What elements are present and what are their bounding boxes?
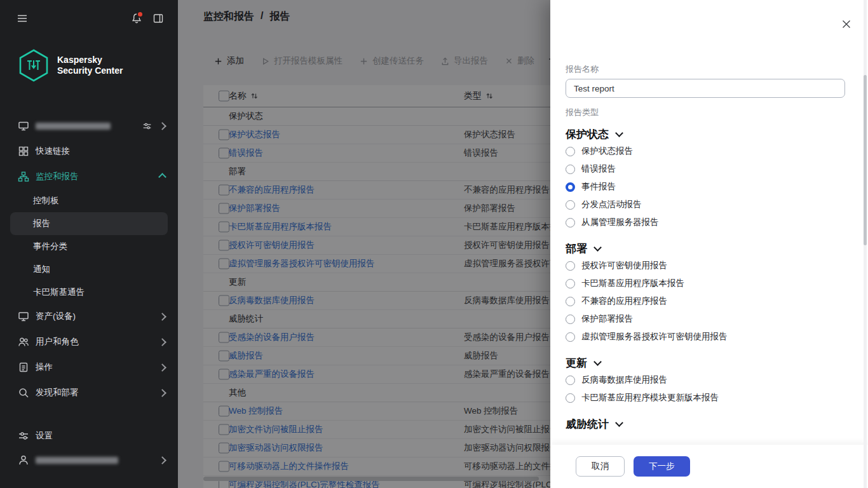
radio-unselected[interactable] (566, 165, 575, 174)
option-label: 授权许可密钥使用报告 (581, 260, 667, 271)
report-type-option[interactable]: 错误报告 (566, 160, 845, 178)
sidebar-item-quick-links[interactable]: 快速链接 (0, 139, 178, 164)
category-header[interactable]: 威胁统计 (566, 416, 845, 432)
report-type-option[interactable]: 虚拟管理服务器授权许可密钥使用报告 (566, 328, 845, 346)
server-icon (18, 120, 29, 132)
report-name-label: 报告名称 (566, 64, 845, 75)
user-account-icon (18, 454, 29, 466)
category-title: 威胁统计 (566, 417, 609, 431)
chevron-right-icon (158, 313, 166, 321)
sidebar-item-assets[interactable]: 资产(设备) (0, 304, 178, 329)
category-header[interactable]: 更新 (566, 355, 845, 371)
hamburger-menu-icon[interactable] (17, 13, 28, 24)
next-button[interactable]: 下一步 (634, 456, 690, 477)
option-label: 虚拟管理服务器授权许可密钥使用报告 (581, 331, 728, 342)
radio-unselected[interactable] (566, 261, 575, 271)
discovery-label: 发现和部署 (36, 387, 79, 398)
chevron-right-icon (158, 456, 166, 464)
drawer-body: 报告名称 报告类型 保护状态保护状态报告错误报告事件报告分发点活动报告从属管理服… (566, 64, 845, 445)
radio-unselected[interactable] (566, 332, 575, 342)
assets-icon (18, 311, 29, 322)
announcements-label: 卡巴斯基通告 (33, 287, 85, 298)
operations-icon (18, 362, 29, 373)
reports-label: 报告 (33, 218, 50, 229)
panel-scrollbar-thumb[interactable] (864, 75, 867, 245)
option-label: 卡巴斯基应用程序模块更新版本报告 (581, 392, 719, 403)
report-name-input[interactable] (566, 79, 845, 98)
option-label: 卡巴斯基应用程序版本报告 (581, 278, 684, 289)
report-category: 更新反病毒数据库使用报告卡巴斯基应用程序模块更新版本报告 (566, 355, 845, 407)
chevron-right-icon (158, 389, 166, 397)
cancel-button[interactable]: 取消 (576, 456, 625, 477)
users-roles-label: 用户和角色 (36, 336, 79, 348)
dashboard-label: 控制板 (33, 195, 59, 207)
report-category: 保护状态保护状态报告错误报告事件报告分发点活动报告从属管理服务器报告 (566, 126, 845, 231)
radio-selected[interactable] (566, 182, 575, 192)
radio-unselected[interactable] (566, 200, 575, 210)
sidebar-item-settings[interactable]: 设置 (0, 423, 178, 449)
sidebar-item-operations[interactable]: 操作 (0, 355, 178, 380)
chevron-down-icon (615, 129, 623, 137)
assets-label: 资产(设备) (36, 311, 76, 322)
sidebar-item-account[interactable] (0, 447, 178, 473)
sidebar: Kaspersky Security Center 快速链接 监控和报告 控制板… (0, 0, 178, 488)
sidebar-item-monitoring-reports[interactable]: 监控和报告 (0, 164, 178, 189)
notification-badge (137, 11, 144, 18)
sidebar-item-reports[interactable]: 报告 (10, 212, 168, 235)
chevron-down-icon (593, 243, 602, 252)
sidebar-item-kaspersky-announcements[interactable]: 卡巴斯基通告 (10, 281, 168, 304)
option-label: 反病毒数据库使用报告 (581, 374, 667, 386)
server-settings-icon[interactable] (142, 121, 152, 131)
sidebar-topbar (0, 0, 178, 24)
radio-unselected[interactable] (566, 315, 575, 324)
report-type-option[interactable]: 卡巴斯基应用程序模块更新版本报告 (566, 389, 845, 407)
chevron-right-icon (158, 122, 166, 130)
radio-unselected[interactable] (566, 297, 575, 306)
sidebar-nav: 快速链接 监控和报告 控制板 报告 事件分类 通知 卡巴斯基通告 资产(设备) … (0, 113, 178, 405)
kaspersky-hexagon-icon (18, 48, 50, 83)
monitoring-label: 监控和报告 (36, 171, 79, 182)
operations-label: 操作 (36, 362, 53, 373)
category-header[interactable]: 部署 (566, 240, 845, 257)
option-label: 保护状态报告 (581, 146, 633, 157)
event-selections-label: 事件分类 (33, 241, 67, 252)
logo-line2: Security Center (57, 65, 123, 76)
report-type-option[interactable]: 保护状态报告 (566, 142, 845, 160)
report-type-label: 报告类型 (566, 107, 845, 118)
users-icon (18, 336, 29, 348)
drawer-footer: 取消 下一步 (550, 445, 868, 488)
chevron-right-icon (158, 338, 166, 346)
option-label: 保护部署报告 (581, 313, 633, 325)
option-label: 事件报告 (581, 181, 616, 193)
close-icon[interactable] (841, 19, 851, 29)
report-type-sections: 保护状态保护状态报告错误报告事件报告分发点活动报告从属管理服务器报告部署授权许可… (566, 126, 845, 432)
report-type-option[interactable]: 分发点活动报告 (566, 196, 845, 214)
radio-unselected[interactable] (566, 393, 575, 403)
report-type-option[interactable]: 反病毒数据库使用报告 (566, 371, 845, 389)
report-type-option[interactable]: 事件报告 (566, 178, 845, 196)
sidebar-item-server[interactable] (0, 113, 178, 139)
settings-label: 设置 (36, 430, 53, 442)
radio-unselected[interactable] (566, 279, 575, 288)
report-category: 威胁统计 (566, 416, 845, 432)
report-type-option[interactable]: 从属管理服务器报告 (566, 214, 845, 231)
radio-unselected[interactable] (566, 147, 575, 156)
category-header[interactable]: 保护状态 (566, 126, 845, 142)
sidebar-item-discovery-deployment[interactable]: 发现和部署 (0, 380, 178, 405)
settings-sliders-icon (18, 430, 29, 442)
chevron-right-icon (158, 363, 166, 372)
quick-links-icon (18, 146, 29, 157)
report-type-option[interactable]: 卡巴斯基应用程序版本报告 (566, 274, 845, 292)
report-type-option[interactable]: 保护部署报告 (566, 310, 845, 328)
sidebar-item-notifications[interactable]: 通知 (10, 258, 168, 281)
sidebar-item-dashboard[interactable]: 控制板 (10, 189, 168, 212)
notifications-bell-icon[interactable] (131, 13, 142, 24)
notifications-label: 通知 (33, 264, 50, 275)
radio-unselected[interactable] (566, 376, 575, 385)
side-panel-toggle-icon[interactable] (153, 13, 164, 24)
radio-unselected[interactable] (566, 218, 575, 227)
sidebar-item-users-roles[interactable]: 用户和角色 (0, 329, 178, 355)
report-type-option[interactable]: 授权许可密钥使用报告 (566, 257, 845, 274)
report-type-option[interactable]: 不兼容的应用程序报告 (566, 292, 845, 310)
sidebar-item-event-selections[interactable]: 事件分类 (10, 235, 168, 258)
